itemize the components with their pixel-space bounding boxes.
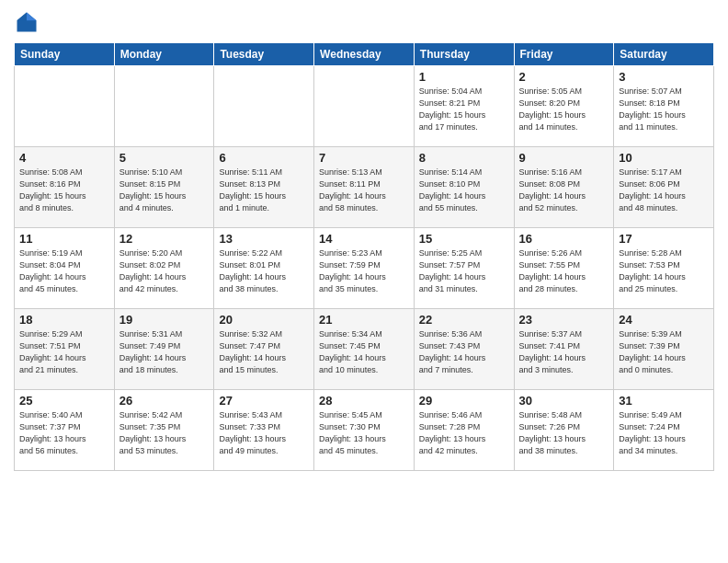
day-info: Sunrise: 5:23 AMSunset: 7:59 PMDaylight:…: [319, 247, 409, 295]
calendar-header-sunday: Sunday: [15, 43, 115, 66]
day-number: 23: [519, 313, 609, 327]
calendar-cell: 6Sunrise: 5:11 AMSunset: 8:13 PMDaylight…: [214, 147, 314, 228]
day-number: 10: [619, 151, 709, 165]
day-info: Sunrise: 5:08 AMSunset: 8:16 PMDaylight:…: [19, 167, 109, 214]
day-number: 29: [419, 394, 509, 408]
day-number: 24: [619, 313, 709, 327]
day-number: 3: [619, 70, 709, 84]
day-info: Sunrise: 5:34 AMSunset: 7:45 PMDaylight:…: [319, 328, 409, 376]
calendar-cell: 29Sunrise: 5:46 AMSunset: 7:28 PMDayligh…: [414, 390, 514, 471]
calendar-cell: 18Sunrise: 5:29 AMSunset: 7:51 PMDayligh…: [15, 309, 115, 390]
day-number: 7: [319, 151, 409, 165]
calendar-cell: 5Sunrise: 5:10 AMSunset: 8:15 PMDaylight…: [114, 147, 214, 228]
day-number: 19: [119, 313, 210, 327]
calendar-header-monday: Monday: [114, 43, 214, 66]
day-number: 20: [219, 313, 309, 327]
day-number: 28: [319, 394, 409, 408]
calendar-cell: 4Sunrise: 5:08 AMSunset: 8:16 PMDaylight…: [15, 147, 115, 228]
day-number: 5: [119, 151, 210, 165]
calendar-cell: 3Sunrise: 5:07 AMSunset: 8:18 PMDaylight…: [614, 66, 714, 147]
calendar-cell: [15, 66, 115, 147]
calendar-header-friday: Friday: [514, 43, 614, 66]
day-info: Sunrise: 5:13 AMSunset: 8:11 PMDaylight:…: [319, 167, 409, 214]
calendar-cell: 2Sunrise: 5:05 AMSunset: 8:20 PMDaylight…: [514, 66, 614, 147]
day-number: 12: [119, 232, 210, 246]
day-info: Sunrise: 5:31 AMSunset: 7:49 PMDaylight:…: [119, 328, 210, 376]
day-number: 4: [19, 151, 109, 165]
day-info: Sunrise: 5:37 AMSunset: 7:41 PMDaylight:…: [519, 328, 609, 376]
calendar-week-row: 4Sunrise: 5:08 AMSunset: 8:16 PMDaylight…: [15, 147, 714, 228]
day-info: Sunrise: 5:40 AMSunset: 7:37 PMDaylight:…: [19, 409, 109, 457]
day-info: Sunrise: 5:07 AMSunset: 8:18 PMDaylight:…: [619, 86, 709, 133]
day-info: Sunrise: 5:43 AMSunset: 7:33 PMDaylight:…: [219, 409, 309, 457]
calendar-cell: 22Sunrise: 5:36 AMSunset: 7:43 PMDayligh…: [414, 309, 514, 390]
day-number: 1: [419, 70, 509, 84]
day-info: Sunrise: 5:16 AMSunset: 8:08 PMDaylight:…: [519, 167, 609, 214]
day-number: 17: [619, 232, 709, 246]
calendar-cell: [114, 66, 214, 147]
day-number: 26: [119, 394, 210, 408]
calendar-cell: 21Sunrise: 5:34 AMSunset: 7:45 PMDayligh…: [314, 309, 415, 390]
calendar-header-row: SundayMondayTuesdayWednesdayThursdayFrid…: [15, 43, 714, 66]
svg-marker-1: [27, 13, 37, 21]
day-number: 31: [619, 394, 709, 408]
day-info: Sunrise: 5:42 AMSunset: 7:35 PMDaylight:…: [119, 409, 210, 457]
day-info: Sunrise: 5:25 AMSunset: 7:57 PMDaylight:…: [419, 247, 509, 295]
day-number: 30: [519, 394, 609, 408]
calendar-cell: 17Sunrise: 5:28 AMSunset: 7:53 PMDayligh…: [614, 228, 714, 309]
calendar-cell: 13Sunrise: 5:22 AMSunset: 8:01 PMDayligh…: [214, 228, 314, 309]
day-info: Sunrise: 5:29 AMSunset: 7:51 PMDaylight:…: [19, 328, 109, 376]
calendar-cell: 8Sunrise: 5:14 AMSunset: 8:10 PMDaylight…: [414, 147, 514, 228]
day-number: 8: [419, 151, 509, 165]
calendar-cell: 24Sunrise: 5:39 AMSunset: 7:39 PMDayligh…: [614, 309, 714, 390]
calendar-cell: 1Sunrise: 5:04 AMSunset: 8:21 PMDaylight…: [414, 66, 514, 147]
day-number: 18: [19, 313, 109, 327]
calendar-cell: 31Sunrise: 5:49 AMSunset: 7:24 PMDayligh…: [614, 390, 714, 471]
calendar-cell: 28Sunrise: 5:45 AMSunset: 7:30 PMDayligh…: [314, 390, 415, 471]
calendar-header-saturday: Saturday: [614, 43, 714, 66]
calendar-cell: 19Sunrise: 5:31 AMSunset: 7:49 PMDayligh…: [114, 309, 214, 390]
day-number: 16: [519, 232, 609, 246]
calendar-week-row: 1Sunrise: 5:04 AMSunset: 8:21 PMDaylight…: [15, 66, 714, 147]
day-number: 21: [319, 313, 409, 327]
day-info: Sunrise: 5:32 AMSunset: 7:47 PMDaylight:…: [219, 328, 309, 376]
logo-icon: [14, 9, 40, 35]
calendar-cell: 27Sunrise: 5:43 AMSunset: 7:33 PMDayligh…: [214, 390, 314, 471]
calendar-cell: 23Sunrise: 5:37 AMSunset: 7:41 PMDayligh…: [514, 309, 614, 390]
day-info: Sunrise: 5:26 AMSunset: 7:55 PMDaylight:…: [519, 247, 609, 295]
day-info: Sunrise: 5:19 AMSunset: 8:04 PMDaylight:…: [19, 247, 109, 295]
day-number: 22: [419, 313, 509, 327]
day-info: Sunrise: 5:17 AMSunset: 8:06 PMDaylight:…: [619, 167, 709, 214]
day-number: 13: [219, 232, 309, 246]
day-info: Sunrise: 5:22 AMSunset: 8:01 PMDaylight:…: [219, 247, 309, 295]
day-info: Sunrise: 5:49 AMSunset: 7:24 PMDaylight:…: [619, 409, 709, 457]
calendar-cell: 7Sunrise: 5:13 AMSunset: 8:11 PMDaylight…: [314, 147, 415, 228]
day-info: Sunrise: 5:48 AMSunset: 7:26 PMDaylight:…: [519, 409, 609, 457]
day-info: Sunrise: 5:45 AMSunset: 7:30 PMDaylight:…: [319, 409, 409, 457]
calendar-cell: 12Sunrise: 5:20 AMSunset: 8:02 PMDayligh…: [114, 228, 214, 309]
header: [14, 9, 714, 35]
calendar-header-wednesday: Wednesday: [314, 43, 415, 66]
day-info: Sunrise: 5:39 AMSunset: 7:39 PMDaylight:…: [619, 328, 709, 376]
calendar-cell: [314, 66, 415, 147]
day-number: 9: [519, 151, 609, 165]
svg-marker-2: [17, 13, 28, 21]
logo: [14, 9, 43, 35]
calendar-cell: 16Sunrise: 5:26 AMSunset: 7:55 PMDayligh…: [514, 228, 614, 309]
calendar-week-row: 18Sunrise: 5:29 AMSunset: 7:51 PMDayligh…: [15, 309, 714, 390]
day-number: 6: [219, 151, 309, 165]
calendar-cell: 11Sunrise: 5:19 AMSunset: 8:04 PMDayligh…: [15, 228, 115, 309]
day-info: Sunrise: 5:14 AMSunset: 8:10 PMDaylight:…: [419, 167, 509, 214]
day-info: Sunrise: 5:10 AMSunset: 8:15 PMDaylight:…: [119, 167, 210, 214]
calendar-cell: 20Sunrise: 5:32 AMSunset: 7:47 PMDayligh…: [214, 309, 314, 390]
calendar-week-row: 25Sunrise: 5:40 AMSunset: 7:37 PMDayligh…: [15, 390, 714, 471]
day-info: Sunrise: 5:36 AMSunset: 7:43 PMDaylight:…: [419, 328, 509, 376]
day-info: Sunrise: 5:11 AMSunset: 8:13 PMDaylight:…: [219, 167, 309, 214]
calendar-cell: 25Sunrise: 5:40 AMSunset: 7:37 PMDayligh…: [15, 390, 115, 471]
page: SundayMondayTuesdayWednesdayThursdayFrid…: [0, 0, 728, 485]
day-info: Sunrise: 5:20 AMSunset: 8:02 PMDaylight:…: [119, 247, 210, 295]
calendar-header-tuesday: Tuesday: [214, 43, 314, 66]
calendar-cell: [214, 66, 314, 147]
calendar-cell: 30Sunrise: 5:48 AMSunset: 7:26 PMDayligh…: [514, 390, 614, 471]
day-info: Sunrise: 5:46 AMSunset: 7:28 PMDaylight:…: [419, 409, 509, 457]
